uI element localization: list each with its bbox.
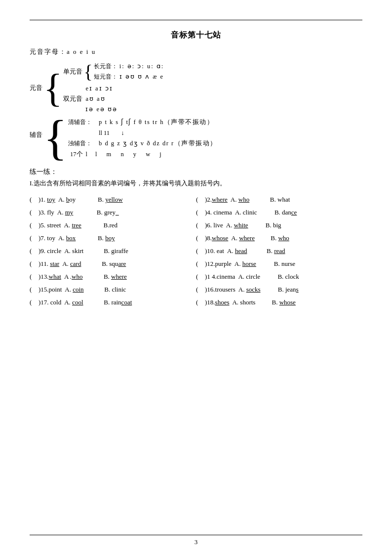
yuanyin-label: 元音 <box>30 84 42 92</box>
shuang-content3: ɪə eə ʊə <box>85 104 118 115</box>
list-item: ( )2.where A. who B. what <box>196 194 362 206</box>
qing-content: p t k s ʃ tʃ f θ ts tr h（声带不振动） <box>99 117 214 128</box>
table-row: ( )11. star A. card B. square ( )12.purp… <box>30 258 362 270</box>
list-item: ( )10. eat A. head B. read <box>196 245 362 257</box>
list-item: ( )1 4.cinema A. circle B. clock <box>196 271 362 283</box>
phonetics-chart: 元音 { 单元音 { 长元音： i: ə: ɔ: u: ɑ: 短元音： ɪ əʊ… <box>30 61 362 115</box>
list-item: ( )17. cold A. cool B. raincoat <box>30 297 196 308</box>
table-row: ( )17. cold A. cool B. raincoat ( )18.sh… <box>30 297 362 308</box>
list-item: ( )3. fly A. my B. grey_ <box>30 207 196 218</box>
shuang-sub: eɪ aɪ ɔɪ aʊ aʊ ɪə eə ʊə <box>85 84 118 115</box>
vowel-letters: 元音字母：a o e i u <box>30 47 362 56</box>
chang-content: i: ə: ɔ: u: ɑ: <box>119 61 164 72</box>
shuangyuanyin-label: 双元音 <box>63 95 82 103</box>
mid-brace-icon: { <box>83 62 92 81</box>
zhuo-content: b d g z ʒ dʒ v ð dz dr r（声带振动） <box>99 138 217 150</box>
zhuo-row: 浊辅音： b d g z ʒ dʒ v ð dz dr r（声带振动） <box>68 138 217 150</box>
count17: 17个 <box>70 150 83 159</box>
duan-label: 短元音： <box>94 72 118 82</box>
list-item: ( )15.point A. coin B. clinic <box>30 284 196 296</box>
exercise-grid: ( )1. toy A. boy B. yellow ( )2.where A.… <box>30 194 362 308</box>
ll-content: ll 11 <box>99 129 110 136</box>
table-row: ( )5. street A. tree B.red ( )6. live A.… <box>30 219 362 231</box>
list-item: ( )6. live A. white B. big <box>196 219 362 231</box>
chang-label: 长元音： <box>94 62 118 72</box>
page-title: 音标第十七站 <box>30 30 362 41</box>
list-item: ( )1. toy A. boy B. yellow <box>30 194 196 206</box>
duan-content: ɪ əʊ ʊ ʌ æ e <box>119 72 164 82</box>
shuang-content1: eɪ aɪ ɔɪ <box>85 84 118 94</box>
table-row: ( )7. toy A. box B. boy ( )8.whose A. wh… <box>30 232 362 244</box>
list-item: ( )16.trousers A. socks B. jeans <box>196 284 362 296</box>
table-row: ( )13.what A .who B. where ( )1 4.cinema… <box>30 271 362 283</box>
list-item: ( )5. street A. tree B.red <box>30 219 196 231</box>
chang-row: 长元音： i: ə: ɔ: u: ɑ: <box>94 61 164 72</box>
bottom-border <box>30 535 362 535</box>
fuyin-big-brace-icon: { <box>43 117 67 159</box>
page: 音标第十七站 元音字母：a o e i u 元音 { 单元音 { 长元音： i:… <box>0 0 392 555</box>
list-item: ( )7. toy A. box B. boy <box>30 232 196 244</box>
top-border <box>30 20 362 20</box>
duan-row: 短元音： ɪ əʊ ʊ ʌ æ e <box>94 72 164 82</box>
shuang-content2: aʊ aʊ <box>85 94 118 104</box>
exercise-instruction: I.选出含有所给词相同音素的单词编号，并将其编号填入题前括号内。 <box>30 178 362 189</box>
list-item: ( )12.purple A. horse B. nurse <box>196 258 362 270</box>
danyuanyin-sub: 长元音： i: ə: ɔ: u: ɑ: 短元音： ɪ əʊ ʊ ʌ æ e <box>94 61 164 83</box>
fuyin-inner: 清辅音： p t k s ʃ tʃ f θ ts tr h（声带不振动） ll … <box>68 117 217 159</box>
qing-row: 清辅音： p t k s ʃ tʃ f θ ts tr h（声带不振动） <box>68 117 217 128</box>
danyuanyin-row: 单元音 { 长元音： i: ə: ɔ: u: ɑ: 短元音： ɪ əʊ ʊ ʌ … <box>63 61 164 83</box>
ll-row: ll 11 ↓ <box>99 128 217 138</box>
fuyin-chart: 辅音 { 清辅音： p t k s ʃ tʃ f θ ts tr h（声带不振动… <box>30 117 362 159</box>
danyuanyin-label: 单元音 <box>63 68 82 76</box>
list-item: ( )4. cinema A. clinic B. dance <box>196 207 362 218</box>
page-number: 3 <box>195 538 198 546</box>
arrow-hint: ↓ <box>121 129 124 136</box>
table-row: ( )3. fly A. my B. grey_ ( )4. cinema A.… <box>30 207 362 218</box>
list-item: ( )9. circle A. skirt B. giraffe <box>30 245 196 257</box>
list-item: ( )18.shoes A. shorts B. whose <box>196 297 362 308</box>
fuyin-label: 辅音 <box>30 130 42 139</box>
list-item: ( )13.what A .who B. where <box>30 271 196 283</box>
zhuo-label: 浊辅音： <box>68 138 97 149</box>
table-row: ( )15.point A. coin B. clinic ( )16.trou… <box>30 284 362 296</box>
table-row: ( )1. toy A. boy B. yellow ( )2.where A.… <box>30 194 362 206</box>
exercise-section: 练一练： I.选出含有所给词相同音素的单词编号，并将其编号填入题前括号内。 ( … <box>30 168 362 308</box>
list-item: ( )11. star A. card B. square <box>30 258 196 270</box>
lmnyj-content: l m n y w j <box>95 150 165 159</box>
big-brace-icon: { <box>43 61 62 115</box>
exercise-title: 练一练： <box>30 168 362 176</box>
lmnyj-row: 17个 l l m n y w j <box>70 150 217 159</box>
yuanyin-inner: 单元音 { 长元音： i: ə: ɔ: u: ɑ: 短元音： ɪ əʊ ʊ ʌ … <box>63 61 164 115</box>
qing-label: 清辅音： <box>68 117 97 128</box>
table-row: ( )9. circle A. skirt B. giraffe ( )10. … <box>30 245 362 257</box>
shuangyuanyin-row: 双元音 eɪ aɪ ɔɪ aʊ aʊ ɪə eə ʊə <box>63 84 164 115</box>
list-item: ( )8.whose A. where B. who <box>196 232 362 244</box>
